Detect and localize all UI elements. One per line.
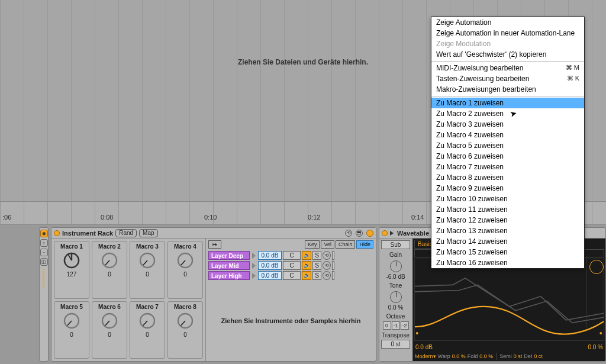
context-menu-item[interactable]: Tasten-Zuweisung bearbeiten⌘ K xyxy=(431,73,584,84)
chain-mute-icon[interactable]: 🔈 xyxy=(302,251,311,260)
chain-row[interactable]: Layer Deep0.0 dBC🔈S⟲ xyxy=(206,250,376,260)
context-menu-item[interactable]: Zeige Automation in neuer Automation-Lan… xyxy=(431,28,584,38)
macro-knob-5[interactable]: Macro 50 xyxy=(54,301,89,359)
context-menu-item[interactable]: Zu Macro 7 zuweisen xyxy=(431,162,584,172)
context-menu-item[interactable]: Zu Macro 2 zuweisen xyxy=(431,108,584,119)
macro-indicator-dots xyxy=(43,269,45,287)
chain-play-icon[interactable] xyxy=(252,273,256,279)
context-menu-item[interactable]: Zu Macro 16 zuweisen xyxy=(431,257,584,268)
knob-icon[interactable] xyxy=(100,251,119,270)
position-knob[interactable] xyxy=(589,260,604,274)
context-menu-item[interactable]: Zu Macro 10 zuweisen xyxy=(431,194,584,204)
macro-knob-6[interactable]: Macro 60 xyxy=(92,301,127,359)
device-activator-icon[interactable] xyxy=(54,230,60,236)
chain-hotswap-icon[interactable]: ⟲ xyxy=(323,271,331,280)
chain-solo-button[interactable]: S xyxy=(312,261,321,270)
macro-knob-2[interactable]: Macro 20 xyxy=(92,241,127,299)
macro-knob-7[interactable]: Macro 70 xyxy=(130,301,165,359)
key-button[interactable]: Key xyxy=(305,240,320,249)
macro-knob-3[interactable]: Macro 30 xyxy=(130,241,165,299)
device-activator-icon[interactable] xyxy=(382,230,388,236)
macro-knob-1[interactable]: Macro 1127 xyxy=(54,241,89,299)
context-menu-item[interactable]: Wert auf 'Geschwister' (2) kopieren xyxy=(431,49,584,60)
sub-button[interactable]: Sub xyxy=(381,240,410,249)
tone-knob[interactable] xyxy=(390,291,402,303)
context-menu-item[interactable]: Zu Macro 14 zuweisen xyxy=(431,236,584,247)
context-menu-item[interactable]: Zu Macro 15 zuweisen xyxy=(431,247,584,257)
camera-button[interactable]: ◫ xyxy=(40,258,48,266)
context-menu-item[interactable]: Zu Macro 8 zuweisen xyxy=(431,172,584,183)
chain-hotswap-icon[interactable]: ⟲ xyxy=(323,261,331,270)
knob-icon[interactable] xyxy=(138,311,157,330)
context-menu-item[interactable]: Zu Macro 6 zuweisen xyxy=(431,151,584,162)
chain-button[interactable]: Chain xyxy=(336,240,356,249)
transpose-value[interactable]: 0 st xyxy=(381,340,410,349)
vel-button[interactable]: Vel xyxy=(321,240,334,249)
macro-value: 127 xyxy=(67,271,77,278)
tone-label: Tone xyxy=(381,282,410,289)
gain-value: -6.0 dB xyxy=(381,273,410,280)
chain-pan[interactable]: C xyxy=(283,251,301,260)
octave-option[interactable]: 0 xyxy=(383,321,391,330)
knob-icon[interactable] xyxy=(176,311,195,330)
chain-hotswap-icon[interactable]: ⟲ xyxy=(323,251,331,260)
chain-volume[interactable]: 0.0 dB xyxy=(258,271,282,280)
chain-pan[interactable]: C xyxy=(283,261,301,270)
macro-label: Macro 8 xyxy=(174,304,196,310)
chain-solo-button[interactable]: S xyxy=(312,271,321,280)
chain-name[interactable]: Layer Mid xyxy=(208,261,250,270)
chain-name[interactable]: Layer Deep xyxy=(208,251,250,260)
menu-item-label: Zu Macro 15 zuweisen xyxy=(436,248,508,256)
chain-pan[interactable]: C xyxy=(283,271,301,280)
chain-select-arrow-icon[interactable]: ↦ xyxy=(208,240,221,249)
macro-knob-4[interactable]: Macro 40 xyxy=(167,241,203,299)
zoom-out-button[interactable]: － xyxy=(40,249,48,256)
gain-knob[interactable] xyxy=(390,260,402,272)
octave-option[interactable]: -2 xyxy=(401,321,409,330)
knob-icon[interactable] xyxy=(100,311,119,330)
device-on-icon[interactable] xyxy=(366,230,373,237)
chain-solo-button[interactable]: S xyxy=(312,251,321,260)
chain-row[interactable]: Layer High0.0 dBC🔈S⟲ xyxy=(206,270,376,281)
hot-swap-icon[interactable]: ⟲ xyxy=(345,230,352,237)
knob-icon[interactable] xyxy=(176,251,195,270)
warp-value[interactable]: 0.0 % xyxy=(452,353,466,359)
context-menu-item[interactable]: Zu Macro 13 zuweisen xyxy=(431,226,584,236)
context-menu-item[interactable]: Zu Macro 1 zuweisen xyxy=(431,98,584,108)
context-menu-item[interactable]: Zu Macro 12 zuweisen xyxy=(431,215,584,226)
context-menu-item[interactable]: Zu Macro 11 zuweisen xyxy=(431,204,584,215)
zoom-in-button[interactable]: ＋ xyxy=(40,239,48,247)
show-macros-button[interactable]: ◉ xyxy=(40,230,48,237)
context-menu-item[interactable]: MIDI-Zuweisung bearbeiten⌘ M xyxy=(431,63,584,73)
effect-mode-selector[interactable]: Modern▾ xyxy=(415,353,436,359)
chain-play-icon[interactable] xyxy=(252,263,256,269)
chain-volume[interactable]: 0.0 dB xyxy=(258,261,282,270)
macro-knob-8[interactable]: Macro 80 xyxy=(167,301,203,359)
context-menu-item[interactable]: Zu Macro 4 zuweisen xyxy=(431,130,584,140)
context-menu-item[interactable]: Zu Macro 5 zuweisen xyxy=(431,140,584,151)
semi-value[interactable]: 0 st xyxy=(514,353,523,359)
chain-mute-icon[interactable]: 🔈 xyxy=(302,261,311,270)
chain-mute-icon[interactable]: 🔈 xyxy=(302,271,311,280)
knob-icon[interactable] xyxy=(138,251,157,270)
knob-icon[interactable] xyxy=(62,311,81,330)
context-menu-item[interactable]: Zu Macro 3 zuweisen xyxy=(431,119,584,130)
chain-drop-hint[interactable]: Ziehen Sie Instrumente oder Samples hier… xyxy=(206,281,376,361)
chain-row[interactable]: Layer Mid0.0 dBC🔈S⟲ xyxy=(206,260,376,270)
context-menu-item[interactable]: Zu Macro 9 zuweisen xyxy=(431,183,584,194)
knob-icon[interactable] xyxy=(62,251,81,270)
det-value[interactable]: 0 ct xyxy=(534,353,543,359)
map-button[interactable]: Map xyxy=(139,229,157,237)
fold-value[interactable]: 0.0 % xyxy=(479,353,493,359)
context-menu-item[interactable]: Makro-Zuweisungen bearbeiten xyxy=(431,84,584,95)
context-menu-item[interactable]: Zeige Automation xyxy=(431,17,584,28)
chain-play-icon[interactable] xyxy=(252,253,256,259)
play-icon[interactable] xyxy=(390,231,394,236)
chain-volume[interactable]: 0.0 dB xyxy=(258,251,282,260)
save-preset-icon[interactable]: ⬒ xyxy=(356,230,363,237)
waveform-display[interactable] xyxy=(414,259,604,341)
hide-button[interactable]: Hide xyxy=(356,240,373,249)
chain-name[interactable]: Layer High xyxy=(208,271,250,280)
rand-button[interactable]: Rand xyxy=(115,229,137,237)
octave-option[interactable]: -1 xyxy=(392,321,400,330)
